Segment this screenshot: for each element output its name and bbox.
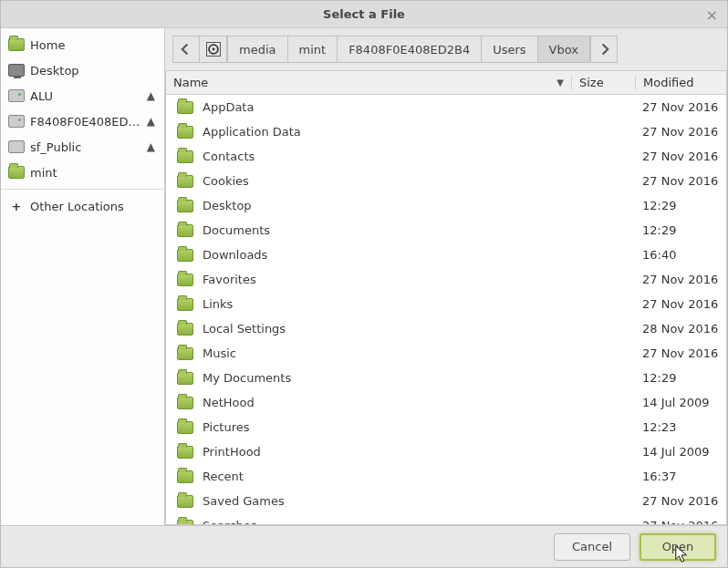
dialog-footer: Cancel Open xyxy=(1,525,727,567)
file-name: NetHood xyxy=(203,396,255,409)
plus-icon: + xyxy=(8,200,25,213)
sidebar-item-label: sf_Public xyxy=(30,140,145,154)
sidebar-item-f8408f0e408ed2b4[interactable]: F8408F0E408ED2B4▲ xyxy=(1,108,164,134)
column-header-name[interactable]: Name ▼ xyxy=(166,76,571,89)
table-row[interactable]: My Documents12:29 xyxy=(166,366,726,390)
file-modified: 14 Jul 2009 xyxy=(635,445,726,459)
path-segment-mint[interactable]: mint xyxy=(288,36,338,63)
table-row[interactable]: Pictures12:23 xyxy=(166,415,726,439)
cancel-button[interactable]: Cancel xyxy=(554,533,630,561)
file-modified: 27 Nov 2016 xyxy=(635,174,726,188)
table-row[interactable]: Local Settings28 Nov 2016 xyxy=(166,316,726,341)
file-name: Recent xyxy=(203,470,244,483)
file-name: Application Data xyxy=(203,125,301,139)
open-button[interactable]: Open xyxy=(640,533,716,561)
file-list[interactable]: Name ▼ Size Modified AppData27 Nov 2016A… xyxy=(165,70,727,525)
sidebar-item-other-locations[interactable]: +Other Locations xyxy=(1,193,164,219)
sidebar-item-sf-public[interactable]: sf_Public▲ xyxy=(1,134,164,160)
table-row[interactable]: Documents12:29 xyxy=(166,218,726,243)
table-row[interactable]: Saved Games27 Nov 2016 xyxy=(166,489,726,513)
path-forward-button[interactable] xyxy=(590,36,618,63)
table-row[interactable]: Contacts27 Nov 2016 xyxy=(166,144,726,169)
table-row[interactable]: NetHood14 Jul 2009 xyxy=(166,390,726,415)
file-modified: 14 Jul 2009 xyxy=(635,396,726,409)
sidebar-item-label: F8408F0E408ED2B4 xyxy=(30,115,145,129)
folder-icon xyxy=(177,150,193,163)
cancel-button-label: Cancel xyxy=(572,540,612,553)
column-header-name-label: Name xyxy=(173,76,208,89)
file-modified: 12:29 xyxy=(635,223,726,237)
net-icon xyxy=(8,140,25,153)
folder-icon xyxy=(177,470,193,483)
places-sidebar: HomeDesktopALU▲F8408F0E408ED2B4▲sf_Publi… xyxy=(1,28,165,525)
body-area: HomeDesktopALU▲F8408F0E408ED2B4▲sf_Publi… xyxy=(1,28,727,525)
table-row[interactable]: Recent16:37 xyxy=(166,464,726,489)
path-segment-label: Vbox xyxy=(549,43,578,57)
mint-icon xyxy=(8,166,25,179)
path-segment-label: media xyxy=(239,43,276,57)
path-segment-media[interactable]: media xyxy=(227,36,288,63)
file-name: PrintHood xyxy=(203,445,261,459)
drive-icon xyxy=(8,89,25,102)
file-modified: 27 Nov 2016 xyxy=(635,519,726,525)
sidebar-item-mint[interactable]: mint xyxy=(1,160,164,185)
table-row[interactable]: Links27 Nov 2016 xyxy=(166,292,726,316)
table-row[interactable]: Downloads16:40 xyxy=(166,243,726,267)
table-row[interactable]: Favorites27 Nov 2016 xyxy=(166,267,726,292)
sidebar-item-desktop[interactable]: Desktop xyxy=(1,57,164,83)
window-title: Select a File xyxy=(323,7,405,21)
table-row[interactable]: Application Data27 Nov 2016 xyxy=(166,119,726,144)
file-modified: 16:40 xyxy=(635,248,726,262)
eject-icon[interactable]: ▲ xyxy=(145,89,157,102)
disk-icon xyxy=(206,42,221,57)
home-icon xyxy=(8,38,25,51)
sidebar-item-alu[interactable]: ALU▲ xyxy=(1,83,164,108)
folder-icon xyxy=(177,347,193,360)
sidebar-item-home[interactable]: Home xyxy=(1,32,164,57)
sidebar-item-label: mint xyxy=(30,166,157,180)
path-segment-label: F8408F0E408ED2B4 xyxy=(348,43,470,57)
eject-icon[interactable]: ▲ xyxy=(145,115,157,128)
file-name: Music xyxy=(203,346,236,360)
file-name: Cookies xyxy=(203,174,249,188)
file-modified: 12:29 xyxy=(635,199,726,212)
path-segment-vbox[interactable]: Vbox xyxy=(538,36,590,63)
column-header-modified[interactable]: Modified xyxy=(635,76,726,89)
path-segment-f8408f0e408ed2b4[interactable]: F8408F0E408ED2B4 xyxy=(338,36,482,63)
table-row[interactable]: Cookies27 Nov 2016 xyxy=(166,169,726,193)
path-root-button[interactable] xyxy=(200,36,227,63)
path-back-button[interactable] xyxy=(172,36,200,63)
file-name: AppData xyxy=(203,100,254,114)
file-modified: 16:37 xyxy=(635,470,726,483)
table-row[interactable]: Desktop12:29 xyxy=(166,193,726,218)
close-icon[interactable]: × xyxy=(706,6,718,24)
open-button-label: Open xyxy=(662,540,694,553)
path-segment-users[interactable]: Users xyxy=(482,36,537,63)
folder-icon xyxy=(177,298,193,311)
sidebar-item-label: Home xyxy=(30,38,157,52)
file-name: Saved Games xyxy=(203,494,285,508)
file-modified: 12:29 xyxy=(635,371,726,385)
table-row[interactable]: AppData27 Nov 2016 xyxy=(166,95,726,119)
desktop-icon xyxy=(8,64,25,77)
folder-icon xyxy=(177,249,193,262)
file-name: Local Settings xyxy=(203,322,286,336)
eject-icon[interactable]: ▲ xyxy=(145,140,157,153)
path-bar: mediamintF8408F0E408ED2B4UsersVbox xyxy=(165,28,727,70)
sidebar-item-label: Other Locations xyxy=(30,200,157,213)
column-header-size[interactable]: Size xyxy=(571,76,635,89)
file-modified: 28 Nov 2016 xyxy=(635,322,726,336)
table-row[interactable]: Searches27 Nov 2016 xyxy=(166,513,726,525)
file-name: Searches xyxy=(203,519,256,525)
file-name: Pictures xyxy=(203,420,249,434)
folder-icon xyxy=(177,126,193,139)
path-segment-label: Users xyxy=(493,43,525,57)
table-row[interactable]: Music27 Nov 2016 xyxy=(166,341,726,366)
folder-icon xyxy=(177,200,193,212)
file-modified: 27 Nov 2016 xyxy=(635,297,726,311)
file-name: Links xyxy=(203,297,233,311)
table-row[interactable]: PrintHood14 Jul 2009 xyxy=(166,439,726,464)
file-chooser-window: Select a File × HomeDesktopALU▲F8408F0E4… xyxy=(0,0,728,568)
file-name: Desktop xyxy=(203,199,252,212)
file-modified: 12:23 xyxy=(635,420,726,434)
